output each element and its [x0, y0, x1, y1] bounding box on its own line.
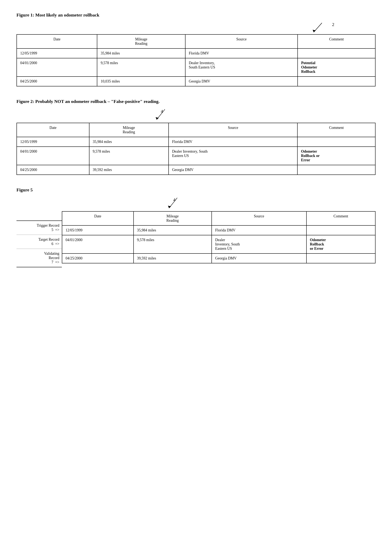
- cell-date: 04/25/2000: [62, 254, 134, 263]
- figure1-section: Figure 1: Most likely an odometer rollba…: [16, 12, 376, 86]
- cell-comment: [297, 137, 375, 147]
- cell-mileage: 39,592 miles: [89, 165, 168, 175]
- figure5-row2-label: Target Record6 =>: [16, 235, 62, 249]
- cell-date: 12/05/1999: [17, 48, 97, 58]
- table-row: 12/05/1999 35,984 miles Florida DMV: [17, 137, 375, 147]
- figure2-arrow-number: 4: [161, 109, 163, 114]
- figure5-row-labels: Header Trigger Record5 => Target Record6…: [16, 211, 62, 267]
- table-row: 12/05/1999 35,984 miles Florida DMV: [62, 225, 375, 235]
- figure2-col-source: Source: [168, 123, 298, 137]
- cell-mileage: 35,984 miles: [97, 48, 185, 58]
- table-row: 04/25/2000 10,035 miles Georgia DMV: [17, 76, 375, 86]
- table-row: 04/25/2000 39,592 miles Georgia DMV: [17, 165, 375, 175]
- table-row: 04/01/2000 9,578 miles Dealer Inventory,…: [17, 58, 375, 76]
- figure1-wrapper: 2 Date MileageReading Source Comment 12/…: [16, 22, 376, 86]
- cell-mileage: 10,035 miles: [97, 76, 185, 86]
- figure1-arrow-svg: [305, 22, 330, 34]
- figure1-arrow-number: 2: [332, 22, 334, 27]
- cell-date: 12/05/1999: [62, 225, 134, 235]
- figure5-col-source: Source: [212, 211, 307, 225]
- figure1-table: Date MileageReading Source Comment 12/05…: [16, 34, 376, 86]
- figure2-wrapper: 4 Date MileageReading Source Comment 12/…: [16, 108, 376, 175]
- figure5-arrow-area: 4: [62, 197, 376, 211]
- figure1-arrow-area: 2: [16, 22, 376, 34]
- figure5-table-wrapper: Date MileageReading Source Comment 12/05…: [62, 211, 376, 267]
- figure2-table: Date MileageReading Source Comment 12/05…: [16, 123, 376, 175]
- cell-source: Georgia DMV: [212, 254, 307, 263]
- cell-source: DealerInventory, SouthEastern US: [212, 235, 307, 254]
- cell-source: Florida DMV: [168, 137, 298, 147]
- cell-source: Georgia DMV: [168, 165, 298, 175]
- cell-mileage: 39,592 miles: [134, 254, 212, 263]
- cell-comment-bold: OdometerRollback orError: [297, 147, 375, 165]
- figure2-col-date: Date: [17, 123, 89, 137]
- cell-source: Georgia DMV: [185, 76, 298, 86]
- figure1-header-row: Date MileageReading Source Comment: [17, 34, 375, 48]
- figure5-col-mileage: MileageReading: [134, 211, 212, 225]
- figure5-col-comment: Comment: [307, 211, 376, 225]
- figure5-table-area: Header Trigger Record5 => Target Record6…: [16, 211, 376, 267]
- table-row: 04/01/2000 9,578 miles Dealer Inventory,…: [17, 147, 375, 165]
- cell-date: 12/05/1999: [17, 137, 89, 147]
- figure2-col-comment: Comment: [297, 123, 375, 137]
- cell-comment: [307, 225, 376, 235]
- cell-comment: [307, 254, 376, 263]
- figure2-header-row: Date MileageReading Source Comment: [17, 123, 375, 137]
- cell-date: 04/01/2000: [17, 58, 97, 76]
- cell-comment-bold: PotentialOdometerRollback: [298, 58, 375, 76]
- figure5-table: Date MileageReading Source Comment 12/05…: [62, 211, 376, 263]
- cell-mileage: 9,578 miles: [89, 147, 168, 165]
- cell-date: 04/25/2000: [17, 76, 97, 86]
- cell-source: Dealer Inventory,South Eastern US: [185, 58, 298, 76]
- cell-date: 04/01/2000: [62, 235, 134, 254]
- figure1-col-comment: Comment: [298, 34, 375, 48]
- cell-comment: [298, 76, 375, 86]
- cell-date: 04/01/2000: [17, 147, 89, 165]
- figure1-col-source: Source: [185, 34, 298, 48]
- table-row: 04/01/2000 9,578 miles DealerInventory, …: [62, 235, 375, 254]
- figure1-title: Figure 1: Most likely an odometer rollba…: [16, 12, 376, 18]
- cell-mileage: 9,578 miles: [134, 235, 212, 254]
- cell-comment: [297, 165, 375, 175]
- cell-source: Florida DMV: [212, 225, 307, 235]
- figure5-arrow-number: 4: [173, 197, 175, 203]
- figure2-title: Figure 2: Probably NOT an odometer rollb…: [16, 99, 376, 104]
- cell-date: 04/25/2000: [17, 165, 89, 175]
- figure5-row3-label: ValidatingRecord7 =>: [16, 249, 62, 267]
- figure5-col-date: Date: [62, 211, 134, 225]
- figure1-col-mileage: MileageReading: [97, 34, 185, 48]
- cell-source: Florida DMV: [185, 48, 298, 58]
- cell-source: Dealer Inventory, SouthEastern US: [168, 147, 298, 165]
- figure1-col-date: Date: [17, 34, 97, 48]
- cell-comment-bold: OdometerRollbackor Error: [307, 235, 376, 254]
- table-row: 12/05/1999 35,984 miles Florida DMV: [17, 48, 375, 58]
- cell-mileage: 35,984 miles: [89, 137, 168, 147]
- figure5-container: 4 Header Trigger Record5 => Target Recor…: [16, 197, 376, 267]
- table-row: 04/25/2000 39,592 miles Georgia DMV: [62, 254, 375, 263]
- figure2-arrow-area: 4: [16, 108, 376, 123]
- figure5-header-row: Date MileageReading Source Comment: [62, 211, 375, 225]
- figure2-col-mileage: MileageReading: [89, 123, 168, 137]
- cell-comment: [298, 48, 375, 58]
- figure5-title: Figure 5: [16, 187, 376, 193]
- cell-mileage: 9,578 miles: [97, 58, 185, 76]
- figure2-section: Figure 2: Probably NOT an odometer rollb…: [16, 99, 376, 175]
- cell-mileage: 35,984 miles: [134, 225, 212, 235]
- figure5-row1-label: Trigger Record5 =>: [16, 221, 62, 235]
- figure5-section: Figure 5 4 Header Trigger Record5 => Tar…: [16, 187, 376, 267]
